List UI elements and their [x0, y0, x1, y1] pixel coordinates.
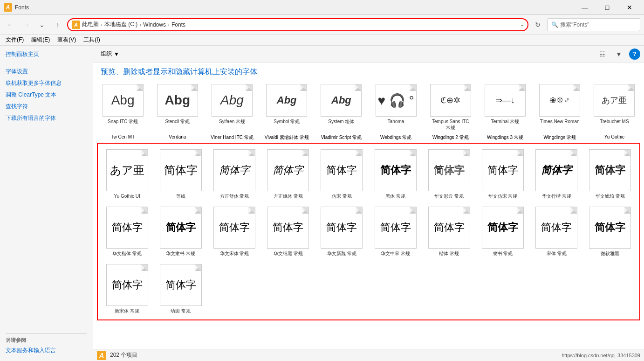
- font-icon-symbol: Abg: [266, 84, 307, 117]
- fonts-area[interactable]: Abg Snap ITC 常规 Abg Stencil 常规 Abg: [93, 80, 644, 349]
- font-huawen-xihei[interactable]: 简体字 华文细黑 常规: [263, 205, 314, 258]
- recent-button[interactable]: ⌄: [35, 18, 48, 31]
- app-icon: A: [4, 3, 12, 12]
- font-huawen-fangsong[interactable]: 简体字 华文仿宋 常规: [477, 147, 528, 201]
- font-huawen-zhongsong[interactable]: 简体字 华文中宋 常规: [370, 205, 421, 258]
- left-link-cleartype[interactable]: 调整 ClearType 文本: [0, 90, 93, 100]
- font-icon-yu-gothic-ui: あア亜: [106, 149, 148, 191]
- font-icon-times: ❀❊♂: [539, 84, 580, 117]
- font-yu-gothic-ui[interactable]: あア亜 Yu Gothic UI: [102, 147, 152, 201]
- address-box[interactable]: A 此电脑 › 本地磁盘 (C:) › Windows › Fonts ⌄: [67, 18, 528, 31]
- font-huawen-kaiti[interactable]: 简体字 华文楷体 常规: [102, 205, 152, 258]
- menu-bar: 文件(F) 编辑(E) 查看(V) 工具(I): [0, 35, 644, 46]
- view-change-button[interactable]: ☷: [596, 48, 609, 61]
- font-icon-hw-xihei: 简体字: [267, 207, 309, 249]
- left-link-download[interactable]: 下载所有语言的字体: [0, 113, 93, 123]
- maximize-button[interactable]: □: [596, 0, 618, 14]
- font-icon-hw-kaiti: 简体字: [106, 207, 148, 249]
- webdings-label: Webdings 常规: [370, 134, 422, 141]
- organize-button[interactable]: 组织 ▼: [97, 48, 123, 60]
- font-microsoft-yahei[interactable]: 简体字 微软雅黑: [585, 205, 636, 258]
- font-fangzheng-shuti[interactable]: 简体字 方正舒体 常规: [209, 147, 260, 201]
- highlighted-section: あア亜 Yu Gothic UI 简体字 等线 简体字: [97, 143, 640, 320]
- viner-label: Viner Hand ITC 常规: [206, 134, 258, 141]
- address-bar-row: ← → ⌄ ↑ A 此电脑 › 本地磁盘 (C:) › Windows › Fo…: [0, 15, 644, 35]
- left-link-font-settings[interactable]: 字体设置: [0, 67, 93, 76]
- forward-button[interactable]: →: [20, 18, 33, 31]
- font-icon-snap: Abg: [103, 84, 144, 117]
- organize-label: 组织: [101, 50, 112, 58]
- address-icon: A: [72, 21, 80, 29]
- font-icon-heiti: 简体字: [375, 149, 417, 191]
- font-item-symbol[interactable]: Abg Symbol 常规: [261, 82, 313, 132]
- font-item-trebuchet[interactable]: あア亜 Trebuchet MS: [589, 82, 640, 132]
- font-icon-hw-zhongsong: 简体字: [375, 207, 417, 249]
- font-icon-fangsong: 简体字: [321, 149, 363, 191]
- search-box[interactable]: 🔍: [547, 18, 640, 31]
- content-toolbar: 组织 ▼ ☷ ▼ ?: [93, 46, 644, 62]
- status-font-icon: A: [97, 351, 106, 360]
- font-icon-hw-caiyun: 简体字: [428, 149, 470, 191]
- font-huawen-songti[interactable]: 简体字 华文宋体 常规: [209, 205, 260, 258]
- menu-tools[interactable]: 工具(I): [80, 35, 103, 45]
- font-item-tempus[interactable]: ℭ⊕✲ Tempus Sans ITC 常规: [425, 82, 476, 132]
- font-icon-tempus: ℭ⊕✲: [430, 84, 471, 117]
- font-songti[interactable]: 简体字 宋体 常规: [531, 205, 582, 258]
- font-icon-dengxian: 简体字: [160, 149, 202, 191]
- help-button[interactable]: ?: [629, 49, 640, 60]
- font-xinsongti[interactable]: 简体字 新宋体 常规: [102, 262, 152, 316]
- font-icon-hw-hupo: 简体字: [589, 149, 631, 191]
- breadcrumb-fonts: Fonts: [171, 21, 185, 28]
- font-item-system[interactable]: Abg System 粗体: [315, 82, 367, 132]
- window-controls: — □ ✕: [574, 0, 640, 14]
- font-item-sylfaen[interactable]: Abg Sylfaen 常规: [206, 82, 258, 132]
- second-row-label: Tw Cen MT Verdana Viner Hand ITC 常规 Viva…: [97, 134, 640, 141]
- font-icon-hw-xinwei: 简体字: [321, 207, 363, 249]
- font-huawen-hupo[interactable]: 简体字 华文琥珀 常规: [585, 147, 636, 201]
- font-heiti[interactable]: 简体字 黑体 常规: [370, 147, 421, 201]
- font-youyuan[interactable]: 简体字 幼圆 常规: [155, 262, 206, 316]
- menu-file[interactable]: 文件(F): [2, 35, 27, 45]
- top-row-grid: Abg Snap ITC 常规 Abg Stencil 常规 Abg: [97, 82, 640, 132]
- font-icon-hw-lishu: 简体字: [160, 207, 202, 249]
- status-url: https://blog.csdn.net/qq_33415309: [562, 353, 640, 358]
- font-icon-fz-shuti: 简体字: [213, 149, 255, 191]
- left-link-find-char[interactable]: 查找字符: [0, 102, 93, 111]
- font-lishu[interactable]: 简体字 隶书 常规: [477, 205, 528, 258]
- font-huawen-caiyun[interactable]: 简体字 华文彩云 常规: [424, 147, 474, 201]
- wingdings-label: Wingdings 常规: [534, 134, 586, 141]
- wingdings3-label: Wingdings 3 常规: [479, 134, 531, 141]
- font-huawen-xingkai[interactable]: 简体字 华文行楷 常规: [531, 147, 582, 201]
- font-huawen-xinwei[interactable]: 简体字 华文新魏 常规: [316, 205, 367, 258]
- item-count: 202 个项目: [110, 351, 137, 359]
- font-icon-kaiti: 简体字: [428, 207, 470, 249]
- font-item-snap[interactable]: Abg Snap ITC 常规: [97, 82, 149, 132]
- left-link-text-services[interactable]: 文本服务和输入语言: [6, 346, 87, 355]
- font-item-terminal[interactable]: ⇒—↓ Terminal 常规: [479, 82, 531, 132]
- font-item-stencil[interactable]: Abg Stencil 常规: [151, 82, 203, 132]
- font-item-times[interactable]: ❀❊♂ Times New Roman: [534, 82, 586, 132]
- font-item-tahoma[interactable]: ♥ 🎧 ° Tahoma: [370, 82, 422, 132]
- left-link-home[interactable]: 控制面板主页: [0, 49, 93, 59]
- menu-edit[interactable]: 编辑(E): [27, 35, 54, 45]
- font-icon-xinsongti: 简体字: [106, 264, 148, 306]
- back-button[interactable]: ←: [4, 18, 17, 31]
- organize-chevron: ▼: [114, 51, 119, 57]
- wingdings2-label: Wingdings 2 常规: [425, 134, 476, 141]
- font-icon-stencil: Abg: [157, 84, 198, 117]
- font-huawen-lishu[interactable]: 简体字 华文隶书 常规: [155, 205, 206, 258]
- font-kaiti[interactable]: 简体字 楷体 常规: [424, 205, 474, 258]
- font-fangsong[interactable]: 简体字 仿宋 常规: [316, 147, 367, 201]
- refresh-button[interactable]: ↻: [531, 18, 544, 31]
- search-input[interactable]: [560, 21, 636, 28]
- font-fangzheng-yaoti[interactable]: 简体字 方正姚体 常规: [263, 147, 314, 201]
- menu-view[interactable]: 查看(V): [54, 35, 80, 45]
- tw-cen-label: Tw Cen MT: [97, 134, 149, 141]
- close-button[interactable]: ✕: [619, 0, 640, 14]
- view-dropdown-button[interactable]: ▼: [612, 48, 625, 61]
- minimize-button[interactable]: —: [574, 0, 596, 14]
- font-dengxian[interactable]: 简体字 等线: [155, 147, 206, 201]
- verdana-label: Verdana: [151, 134, 203, 141]
- left-link-online[interactable]: 联机获取更多字体信息: [0, 78, 93, 88]
- up-button[interactable]: ↑: [51, 18, 64, 31]
